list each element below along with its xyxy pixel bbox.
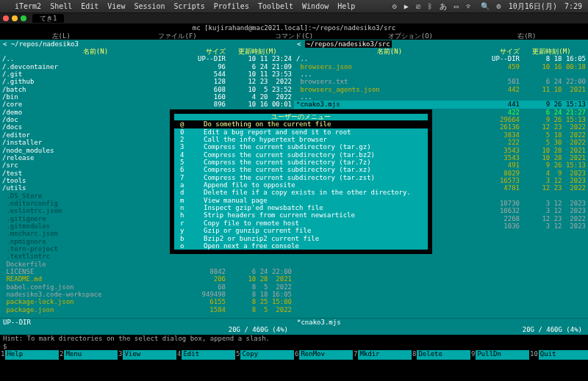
user-menu-item[interactable]: 6Compress the current subdirectory (tar.… [174, 166, 428, 173]
user-menu-item[interactable]: yGzip or gunzip current file [174, 227, 428, 234]
fkey-pulldn[interactable]: 9PullDn [470, 350, 529, 360]
mc-top-menu: 左(L) ファイル(F) コマンド(C) オプション(O) 右(R) [0, 32, 588, 40]
menu-help[interactable]: Help [337, 2, 355, 11]
file-row[interactable]: browsers_agents.json44211 10 2021 [294, 86, 588, 93]
status-bluetooth-icon[interactable]: ᛒ [428, 2, 432, 11]
file-row[interactable]: Dockerfile [0, 261, 294, 268]
window-zoom-icon[interactable] [21, 15, 26, 21]
menu-session[interactable]: Session [134, 2, 165, 11]
file-row[interactable]: /batch60810 5 23:52 [0, 86, 294, 93]
status-wifi-icon[interactable]: ᯤ [466, 2, 473, 11]
file-row[interactable]: /.github12812 23 2022 [0, 78, 294, 85]
status-control-center-icon[interactable]: ⚙ [497, 2, 501, 11]
right-panel-diskspace: 20G / 460G (4%) [294, 326, 588, 333]
mc-window-title: mc [kujirahand@mac2021.local]:~/repos/na… [0, 23, 588, 32]
file-row[interactable]: browsers.json45910 16 00:18 [294, 63, 588, 70]
user-menu-title: ユーザーのメニュー [174, 113, 428, 120]
menu-window[interactable]: Window [302, 2, 329, 11]
col-size-header: サイズ [483, 48, 520, 55]
menu-view[interactable]: View [107, 2, 125, 11]
menu-profiles[interactable]: Profiles [214, 2, 249, 11]
mc-menu-right[interactable]: 右(R) [469, 32, 585, 40]
user-menu-item[interactable]: 5Compress the current subdirectory (tar.… [174, 159, 428, 166]
user-menu-item[interactable]: 4Compress the current subdirectory (tar.… [174, 151, 428, 159]
user-menu-item[interactable]: rCopy file to remote host [174, 219, 428, 227]
col-name-header: 名前(N) [296, 48, 483, 55]
window-close-icon[interactable] [3, 15, 9, 21]
mc-menu-options[interactable]: オプション(O) [352, 32, 468, 40]
fkey-help[interactable]: 1Help [0, 350, 59, 360]
file-row[interactable]: babel.config.json68 8 5 2022 [0, 283, 294, 291]
file-row[interactable]: /..UP--DIR 8 18 16:05 [294, 55, 588, 62]
right-panel-path[interactable]: < ~/repos/nadesiko3/src [294, 40, 588, 48]
window-minimize-icon[interactable] [12, 15, 18, 21]
iterm-tabbar: てき1 [0, 13, 588, 23]
menu-shell[interactable]: Shell [50, 2, 72, 11]
left-panel-status: UP--DIR [3, 319, 31, 326]
file-row[interactable]: ... [294, 70, 588, 78]
status-screen-icon[interactable]: ⎚ [416, 2, 420, 11]
user-menu-item[interactable]: oOpen next a free console [174, 242, 428, 250]
file-row[interactable]: nadesiko3.code-workspace949498 8 18 16:0… [0, 291, 294, 298]
file-row[interactable]: .textlintrc [0, 253, 294, 260]
file-row[interactable]: /..UP--DIR10 11 23:24 [0, 55, 294, 62]
file-row[interactable]: LICENSE8042 6 24 22:00 [0, 268, 294, 275]
user-menu-item[interactable]: mView manual page [174, 197, 428, 204]
file-row[interactable]: package-lock.json6155 8 25 15:00 [0, 298, 294, 305]
left-panel-path[interactable]: < ~/repos/nadesiko3 [0, 40, 294, 48]
menu-toolbelt[interactable]: Toolbelt [258, 2, 293, 11]
status-search-icon[interactable]: 🔍 [481, 2, 490, 11]
fkey-view[interactable]: 3View [118, 350, 176, 360]
user-menu-item[interactable]: aAppend file to opposite [174, 181, 428, 189]
status-input-source[interactable]: あ [440, 2, 447, 11]
file-row[interactable]: /.git54410 11 23:53 [0, 70, 294, 78]
right-panel-header: 名前(N) サイズ 更新時刻(M) [294, 48, 588, 55]
right-panel-status: *cnako3.mjs [297, 319, 341, 326]
col-name-header: 名前(N) [2, 48, 189, 55]
fkey-edit[interactable]: 4Edit [176, 350, 235, 360]
user-menu-item[interactable]: nInspect gzip'ed newsbatch file [174, 204, 428, 211]
mc-menu-left[interactable]: 左(L) [3, 32, 119, 40]
file-row[interactable]: /bin160 4 20 2022 [0, 93, 294, 101]
col-date-header: 更新時刻(M) [520, 48, 586, 55]
file-row[interactable]: /.devcontainer96 6 24 21:09 [0, 63, 294, 70]
mc-menu-file[interactable]: ファイル(F) [119, 32, 235, 40]
col-size-header: サイズ [189, 48, 226, 55]
user-menu-item[interactable]: dDelete file if a copy exists in the oth… [174, 189, 428, 196]
terminal-tab[interactable]: てき1 [32, 14, 64, 23]
status-time[interactable]: 7:29 [564, 2, 582, 11]
fkey-quit[interactable]: 10Quit [529, 350, 588, 360]
file-row[interactable]: /core89610 16 00:01 [0, 101, 294, 108]
status-vpn-icon[interactable]: ⊝ [392, 2, 397, 11]
fkey-mkdir[interactable]: 7Mkdir [353, 350, 412, 360]
status-battery-icon[interactable]: ▭ [454, 2, 459, 11]
col-date-header: 更新時刻(M) [226, 48, 292, 55]
fkey-copy[interactable]: 5Copy [235, 350, 294, 360]
menu-edit[interactable]: Edit [81, 2, 98, 11]
fkey-menu[interactable]: 2Menu [59, 350, 118, 360]
user-menu-item[interactable]: 0Edit a bug report and send it to root [174, 128, 428, 136]
shell-prompt[interactable]: $ [0, 343, 588, 350]
file-row[interactable]: README.md20610 28 2021 [0, 275, 294, 283]
fkey-delete[interactable]: 8Delete [412, 350, 470, 360]
mc-menu-command[interactable]: コマンド(C) [236, 32, 352, 40]
app-name[interactable]: iTerm2 [15, 2, 41, 11]
status-date[interactable]: 10月16日(月) [509, 2, 557, 11]
menu-scripts[interactable]: Scripts [174, 2, 205, 11]
user-menu-item[interactable]: 2Call the info hypertext browser [174, 136, 428, 143]
file-row[interactable]: ... [294, 93, 588, 101]
file-row[interactable]: *cnako3.mjs441 9 26 15:13 [294, 101, 588, 108]
user-menu-dialog[interactable]: ユーザーのメニュー @Do something on the current f… [171, 110, 431, 253]
mc-hint: Hint: To mark directories on the select … [0, 334, 588, 343]
user-menu-item[interactable]: 7Compress the current subdirectory (tar.… [174, 174, 428, 181]
file-row[interactable]: package.json1584 8 5 2022 [0, 306, 294, 313]
status-play-icon[interactable]: ▶ [404, 2, 409, 11]
file-row[interactable]: browsers.txt501 6 24 22:00 [294, 78, 588, 85]
macos-menubar: iTerm2 Shell Edit View Session Scripts P… [0, 0, 588, 13]
fkey-renmov[interactable]: 6RenMov [294, 350, 353, 360]
user-menu-item[interactable]: 3Compress the current subdirectory (tar.… [174, 143, 428, 150]
user-menu-item[interactable]: bBzip2 or bunzip2 current file [174, 235, 428, 242]
left-panel-header: 名前(N) サイズ 更新時刻(M) [0, 48, 294, 55]
user-menu-item[interactable]: hStrip headers from current newsarticle [174, 211, 428, 219]
user-menu-item[interactable]: @Do something on the current file [174, 120, 428, 128]
